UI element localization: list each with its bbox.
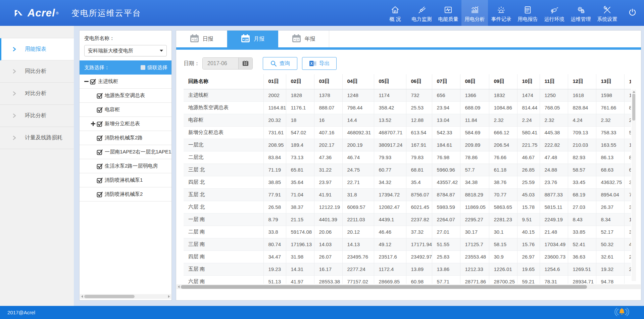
- cascade-select-toggle[interactable]: 级联选择: [141, 64, 167, 71]
- tree-node[interactable]: 地源热泵空调总表: [80, 89, 171, 103]
- sidebar-item[interactable]: 对比分析: [0, 83, 74, 105]
- table-row: 电容柜20.32181614.413.5212.8813.0411.842.32…: [184, 114, 631, 126]
- nav-item-bar-chart[interactable]: 用电分析: [461, 0, 488, 26]
- checked-checkbox-icon[interactable]: [97, 177, 103, 183]
- query-button[interactable]: 查询: [263, 57, 297, 70]
- table-cell: 31.8: [342, 188, 374, 201]
- table-cell: 35.4: [406, 176, 432, 188]
- table-row: 二层 南33.859174.0820.0620.1246.4637.3227.0…: [184, 226, 631, 238]
- tree-node[interactable]: 消防喷淋机械泵1: [80, 173, 171, 187]
- checked-checkbox-icon[interactable]: [97, 191, 103, 197]
- table-cell: 21.48: [540, 226, 568, 238]
- table-cell: 58.57: [568, 164, 596, 176]
- tree-node[interactable]: 主进线柜: [80, 75, 171, 89]
- table-cell: 13.86: [432, 263, 460, 275]
- table-cell: 709.13: [568, 126, 596, 139]
- tree-scroll-thumb[interactable]: [84, 295, 135, 298]
- table-cell: 1474: [517, 89, 540, 101]
- tab-日报[interactable]: +1d日报: [176, 31, 227, 47]
- table-cell: 52.41: [568, 238, 596, 250]
- table-row: 四层 北38.8535.6423.9722.7134.3235.443557.4…: [184, 176, 631, 188]
- row-name: 地源热泵空调总表: [184, 101, 263, 114]
- sidebar-item[interactable]: 同比分析: [0, 60, 74, 83]
- chevron-down-icon: [160, 50, 163, 52]
- tree-node[interactable]: 一层南1APE2右一层北1APE1左: [80, 145, 171, 159]
- scroll-left-icon[interactable]: [178, 285, 180, 288]
- vertical-scroll-thumb[interactable]: [632, 94, 635, 121]
- table-cell: 3: [624, 201, 631, 213]
- date-input[interactable]: [203, 58, 238, 69]
- nav-item-report[interactable]: 用电报告: [514, 0, 541, 26]
- nav-item-gear-lock[interactable]: 运维管理: [567, 0, 594, 26]
- table-cell: 68.63: [596, 164, 624, 176]
- scroll-right-icon[interactable]: [168, 295, 170, 298]
- checked-checkbox-icon[interactable]: [97, 149, 103, 155]
- nav-item-waveform[interactable]: 电能质量: [435, 0, 461, 26]
- cascade-label: 级联选择: [147, 64, 167, 71]
- collapse-icon[interactable]: [84, 81, 89, 82]
- table-cell: 57.7: [460, 164, 489, 176]
- tree-node[interactable]: 电容柜: [80, 103, 171, 117]
- nav-item-label: 电能质量: [438, 16, 458, 22]
- nav-item-tools[interactable]: 系统设置: [594, 0, 621, 26]
- tree-node[interactable]: 消防栓机械泵2路: [80, 131, 171, 145]
- calendar-button[interactable]: [238, 58, 252, 69]
- table-cell: 542.33: [432, 126, 460, 139]
- table-vertical-scrollbar[interactable]: [632, 90, 636, 281]
- tab-月报[interactable]: +1M月报: [227, 31, 278, 47]
- checked-checkbox-icon[interactable]: [97, 93, 103, 99]
- cascade-checkbox[interactable]: [141, 65, 145, 70]
- table-cell: 76.66: [489, 151, 517, 164]
- table-cell: 78.86: [460, 151, 489, 164]
- checked-checkbox-icon[interactable]: [97, 107, 103, 113]
- tree-node[interactable]: 新增分立柜总表: [80, 117, 171, 131]
- table-cell: 27.03: [568, 201, 596, 213]
- table-cell: 17125.7: [460, 238, 489, 250]
- table-cell: 83.84: [263, 151, 286, 164]
- nav-item-plug[interactable]: 电力监测: [408, 0, 435, 26]
- table-horizontal-scrollbar[interactable]: [177, 284, 641, 289]
- nav-item-home[interactable]: 概 况: [382, 0, 408, 26]
- checked-checkbox-icon[interactable]: [97, 121, 103, 127]
- table-cell: 33.85: [568, 226, 596, 238]
- table-cell: 5815.11: [540, 201, 568, 213]
- table-cell: 221.75: [517, 139, 540, 151]
- checked-checkbox-icon[interactable]: [97, 163, 103, 169]
- logout-button[interactable]: [621, 0, 644, 26]
- tree-node-label: 消防栓机械泵2路: [105, 135, 143, 141]
- table-cell: 35.64: [286, 176, 314, 188]
- column-header: 09日: [489, 74, 517, 89]
- horizontal-scroll-thumb[interactable]: [181, 285, 587, 289]
- checked-checkbox-icon[interactable]: [97, 135, 103, 141]
- nav-item-alarm[interactable]: 事件记录: [488, 0, 514, 26]
- tab-年报[interactable]: +1Y年报: [278, 31, 329, 47]
- tree-node[interactable]: 生活水泵2路一层弱电房: [80, 159, 171, 173]
- tree-node[interactable]: 消防喷淋机械泵2: [80, 187, 171, 201]
- table-cell: 5983.59: [432, 201, 460, 213]
- table-cell: 21.15: [286, 213, 314, 226]
- expand-icon[interactable]: [91, 122, 95, 126]
- export-button[interactable]: X 导出: [302, 57, 337, 70]
- nav-item-camera[interactable]: 运行环境: [541, 0, 567, 26]
- sidebar-item[interactable]: 用能报表: [0, 38, 74, 60]
- table-cell: 2.32: [489, 114, 517, 126]
- table-cell: 814.44: [517, 101, 540, 114]
- table-cell: 14.13: [342, 238, 374, 250]
- tree-horizontal-scrollbar[interactable]: [80, 294, 171, 299]
- tools-icon: [603, 4, 612, 14]
- table-cell: 2.24: [517, 114, 540, 126]
- notification-button[interactable]: [614, 307, 630, 318]
- table-cell: 8.34: [596, 213, 624, 226]
- sidebar-item[interactable]: 环比分析: [0, 105, 74, 127]
- row-name: 一层北: [184, 139, 263, 151]
- scroll-left-icon[interactable]: [81, 295, 83, 298]
- station-select[interactable]: 安科瑞新大楼变电所: [84, 45, 167, 56]
- table-cell: 94.78: [596, 275, 624, 284]
- svg-text:X: X: [310, 62, 312, 65]
- checked-checkbox-icon[interactable]: [90, 79, 96, 85]
- column-header: 10日: [517, 74, 540, 89]
- table-cell: 34.32: [374, 176, 406, 188]
- sidebar-item[interactable]: 计量及线路损耗: [0, 127, 74, 149]
- table-cell: 23.97: [314, 176, 342, 188]
- scroll-up-icon[interactable]: [633, 91, 635, 93]
